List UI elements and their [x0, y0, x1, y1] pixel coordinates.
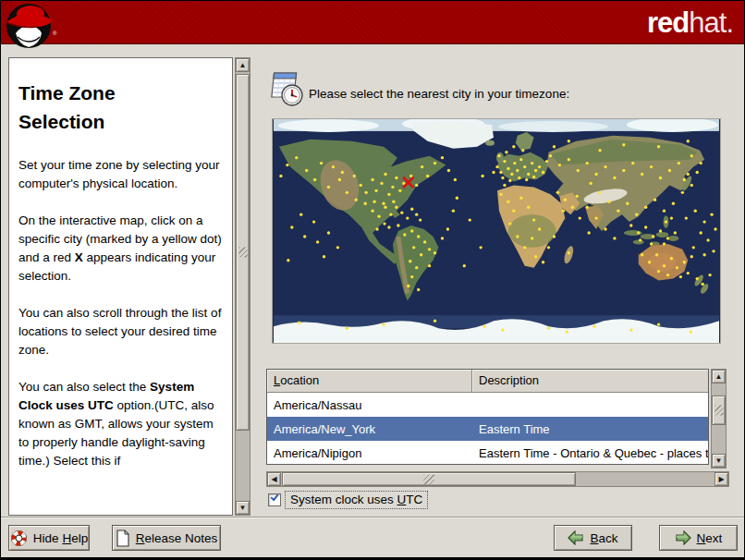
back-arrow-icon: [568, 530, 584, 545]
help-panel: Time Zone Selection Set your time zone b…: [8, 57, 250, 516]
prompt-label: Please select the nearest city in your t…: [309, 87, 569, 101]
redhat-shadowman-icon: ®: [5, 2, 58, 50]
scroll-down-icon[interactable]: ▼: [236, 501, 250, 515]
document-icon: [116, 530, 130, 547]
utc-checkbox[interactable]: [268, 493, 281, 506]
installer-window: ® redhat. Time Zone Selection Set your t…: [0, 0, 745, 560]
hide-help-label: Hide Help: [33, 531, 88, 545]
next-label: Next: [697, 531, 723, 545]
table-row[interactable]: America/Nipigon Eastern Time - Ontario &…: [267, 441, 708, 465]
title-bar: ® redhat.: [1, 1, 744, 44]
table-header: Location Description: [267, 370, 708, 393]
release-notes-button[interactable]: Release Notes: [112, 525, 221, 551]
next-button[interactable]: Next: [659, 525, 738, 551]
release-notes-label: Release Notes: [136, 531, 218, 545]
scroll-right-icon[interactable]: ▶: [714, 472, 728, 486]
scroll-down-icon[interactable]: ▼: [712, 454, 726, 468]
help-paragraph: Set your time zone by selecting your com…: [18, 156, 223, 193]
help-scrollbar-thumb[interactable]: [236, 74, 250, 431]
lifebuoy-icon: [10, 530, 28, 547]
help-paragraph: You can also select the System Clock use…: [18, 378, 223, 470]
redhat-wordmark: redhat.: [647, 6, 733, 40]
timezone-table: Location Description America/Nassau Amer…: [266, 369, 709, 465]
table-row[interactable]: America/New_York Eastern Time: [267, 417, 708, 441]
back-label: Back: [590, 531, 617, 545]
help-paragraph: On the interactive map, click on a speci…: [18, 212, 223, 286]
utc-checkbox-label[interactable]: System clock uses UTC: [285, 491, 428, 509]
scroll-left-icon[interactable]: ◀: [267, 472, 281, 486]
page-title: Time Zone Selection: [18, 79, 223, 136]
next-arrow-icon: [675, 530, 691, 545]
svg-text:®: ®: [53, 30, 57, 36]
hide-help-button[interactable]: Hide Help: [8, 525, 90, 551]
table-scrollbar-thumb[interactable]: [712, 396, 726, 425]
scroll-up-icon[interactable]: ▲: [236, 58, 250, 72]
column-header-location[interactable]: Location: [267, 370, 472, 393]
wordmark-bold: red: [647, 6, 689, 39]
column-header-description[interactable]: Description: [472, 370, 708, 393]
scroll-up-icon[interactable]: ▲: [712, 370, 726, 383]
hscrollbar-thumb[interactable]: [282, 472, 576, 486]
footer-bar: Hide Help Release Notes Back Next: [1, 517, 744, 557]
checkmark-icon: [271, 493, 279, 501]
timezone-clock-icon: [267, 69, 306, 108]
help-text-area: Time Zone Selection Set your time zone b…: [8, 57, 233, 516]
utc-option-row: System clock uses UTC: [268, 491, 428, 509]
help-paragraph: You can also scroll through the list of …: [18, 304, 223, 359]
table-row[interactable]: America/Nassau: [267, 393, 708, 417]
help-scrollbar[interactable]: ▲ ▼: [235, 57, 250, 516]
table-vertical-scrollbar[interactable]: ▲ ▼: [711, 369, 727, 469]
world-map[interactable]: [272, 118, 721, 344]
table-horizontal-scrollbar[interactable]: ◀ ▶: [266, 471, 729, 487]
back-button[interactable]: Back: [554, 525, 632, 551]
wordmark-rest: hat.: [689, 6, 733, 39]
